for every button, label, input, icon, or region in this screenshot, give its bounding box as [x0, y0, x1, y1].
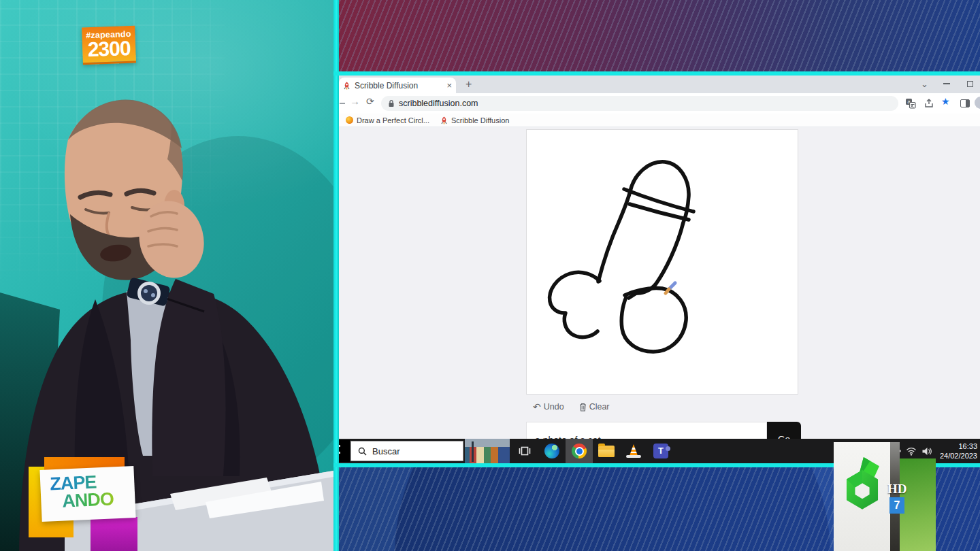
forward-icon[interactable]: →	[350, 95, 360, 107]
logo-card: ZAPE ANDO	[39, 466, 135, 522]
reload-icon[interactable]: ⟳	[366, 96, 374, 107]
news-widget-thumbnail[interactable]	[465, 439, 510, 463]
rocket-favicon	[343, 82, 350, 90]
taskbar-edge[interactable]	[538, 439, 566, 463]
bookmark-scribble-diffusion[interactable]: Scribble Diffusion	[440, 116, 509, 124]
clear-label: Clear	[589, 402, 610, 412]
volume-icon[interactable]	[921, 447, 932, 456]
taskbar-file-explorer[interactable]	[593, 439, 620, 463]
task-view-button[interactable]	[511, 439, 538, 463]
circle-favicon	[346, 116, 353, 124]
taskbar-vlc[interactable]	[620, 439, 647, 463]
taskbar-chrome[interactable]	[566, 439, 593, 463]
channel-green-ribbon	[900, 458, 936, 551]
cyan-frame-top	[333, 71, 980, 76]
lasexta-logo-card	[834, 442, 890, 551]
dial-number-badge: 7	[889, 497, 904, 514]
scribble-diffusion-page: ↶ Undo Clear Go	[339, 127, 980, 439]
canvas-tools: ↶ Undo Clear	[533, 402, 610, 412]
taskbar-apps: T	[511, 439, 674, 463]
bookmarks-bar: Draw a Perfect Circl... Scribble Diffusi…	[339, 114, 980, 127]
bookmark-label: Scribble Diffusion	[451, 116, 509, 124]
tab-scribble-diffusion[interactable]: Scribble Diffusion ×	[339, 78, 456, 93]
browser-toolbar: → ⟳ scribblediffusion.com a ★	[339, 93, 980, 114]
wifi-icon[interactable]	[906, 447, 917, 456]
browser-tabstrip: Scribble Diffusion × + ⌄	[339, 76, 980, 93]
lasexta-six-logo	[843, 456, 882, 521]
desktop-screen: Scribble Diffusion × + ⌄ → ⟳ scribbledif…	[339, 76, 980, 463]
bookmark-label: Draw a Perfect Circl...	[357, 116, 429, 124]
start-button[interactable]	[339, 440, 350, 462]
profile-avatar[interactable]	[975, 97, 980, 109]
show-logo: ZAPE ANDO	[27, 457, 143, 551]
share-icon[interactable]	[924, 98, 934, 109]
window-restore-button[interactable]	[967, 77, 973, 90]
bookmark-draw-perfect-circle[interactable]: Draw a Perfect Circl...	[346, 116, 429, 124]
window-minimize-button[interactable]	[943, 77, 950, 90]
tv-frame: #zapeando 2300 ZAPE ANDO	[0, 0, 980, 551]
search-icon	[358, 447, 367, 456]
teams-icon: T	[653, 444, 668, 458]
clock-time: 16:33	[940, 441, 977, 451]
badge-episode-number: 2300	[85, 39, 133, 60]
new-tab-button[interactable]: +	[466, 78, 472, 90]
undo-button[interactable]: ↶ Undo	[533, 402, 564, 412]
logo-line-2: ANDO	[62, 490, 135, 511]
channel-shadow-strip	[890, 442, 900, 551]
taskbar-teams[interactable]: T	[647, 439, 674, 463]
logo-magenta-square	[91, 517, 137, 551]
hd-label: HD	[887, 482, 907, 497]
rocket-favicon	[440, 116, 448, 124]
tab-title: Scribble Diffusion	[355, 81, 442, 90]
studio-shot: #zapeando 2300 ZAPE ANDO	[0, 0, 333, 551]
tab-search-chevron-icon[interactable]: ⌄	[921, 77, 928, 90]
top-stripe-banner	[333, 0, 980, 71]
bookmark-star-icon[interactable]: ★	[941, 96, 950, 107]
episode-badge: #zapeando 2300	[82, 26, 136, 65]
edge-icon	[544, 444, 559, 458]
address-bar[interactable]: scribblediffusion.com	[381, 96, 898, 111]
chrome-icon	[572, 444, 587, 458]
clock-date: 24/02/2023	[940, 451, 977, 461]
translate-icon[interactable]: a	[905, 98, 916, 109]
task-view-icon	[518, 444, 532, 458]
url-text: scribblediffusion.com	[399, 99, 478, 108]
taskbar-clock[interactable]: 16:33 24/02/2023	[940, 441, 977, 461]
vlc-icon	[626, 444, 641, 458]
cyan-frame-vertical	[333, 0, 339, 551]
trash-icon	[579, 403, 587, 412]
drawing-canvas[interactable]	[526, 129, 798, 395]
back-icon[interactable]	[340, 103, 345, 104]
lock-icon	[388, 99, 395, 107]
side-panel-icon[interactable]	[960, 99, 970, 107]
user-scribble-drawing	[527, 130, 798, 394]
undo-label: Undo	[544, 402, 564, 412]
undo-icon: ↶	[533, 402, 541, 412]
clear-button[interactable]: Clear	[579, 402, 610, 412]
taskbar-search-box[interactable]	[350, 441, 463, 461]
tab-close-icon[interactable]: ×	[446, 81, 452, 90]
search-input[interactable]	[372, 446, 447, 456]
file-explorer-icon	[598, 446, 615, 457]
